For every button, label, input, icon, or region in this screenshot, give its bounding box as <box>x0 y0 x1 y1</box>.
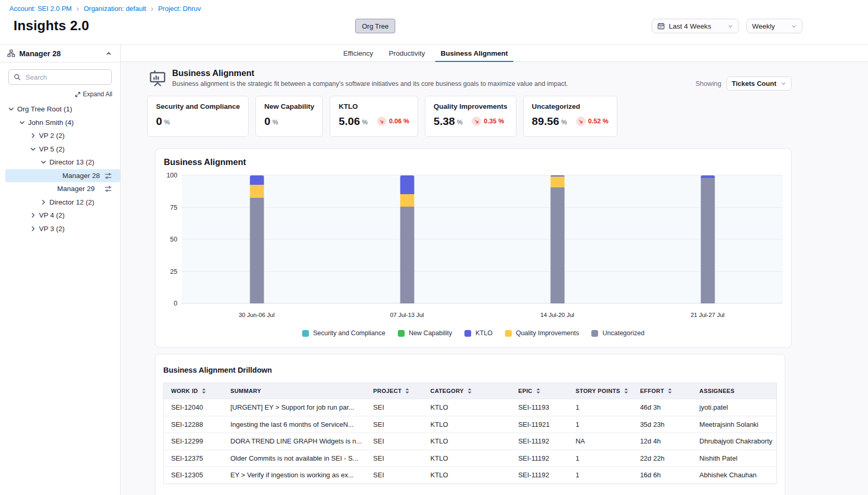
expand-all-label: Expand All <box>83 91 112 98</box>
table-row: SEI-12040 [URGENT] EY > Support for job … <box>164 399 777 416</box>
tree-item-vp-4[interactable]: VP 4 (2) <box>0 209 120 222</box>
chevron-right-icon[interactable] <box>30 225 36 232</box>
tree-item-john-smith[interactable]: John Smith (4) <box>0 116 120 130</box>
chevron-down-icon[interactable] <box>19 119 25 126</box>
column-header-story-points[interactable]: STORY POINTS <box>568 383 633 399</box>
cell-assignees: Abhishek Chauhan <box>692 467 777 484</box>
column-header-effort[interactable]: EFFORT <box>633 383 692 399</box>
column-header-category[interactable]: CATEGORY <box>423 383 511 399</box>
tree-item-label: VP 4 (2) <box>39 211 64 219</box>
collapse-sidebar-button[interactable] <box>105 49 113 58</box>
legend-item-uncategorized[interactable]: Uncategorized <box>591 329 644 337</box>
tree-item-director-13[interactable]: Director 13 (2) <box>0 156 120 169</box>
sliders-icon[interactable] <box>105 185 112 193</box>
chevron-right-icon[interactable] <box>40 199 47 206</box>
column-header-work-id[interactable]: WORK ID <box>164 383 224 399</box>
cell-epic: SEI-11192 <box>511 467 568 484</box>
chevron-right-icon[interactable] <box>30 132 36 139</box>
metric-unit: % <box>561 119 567 126</box>
table-row: SEI-12305 EY > Verify if ingestion is wo… <box>164 467 777 484</box>
cell-project: SEI <box>366 416 423 433</box>
cell-epic: SEI-11193 <box>511 399 568 416</box>
tab-productivity[interactable]: Productivity <box>384 45 431 61</box>
tab-efficiency[interactable]: Efficiency <box>338 45 379 61</box>
metric-card-security-and-compliance: Security and Compliance 0 % <box>147 96 249 137</box>
sort-icon[interactable] <box>467 388 472 394</box>
bar-30 Jun-06 Jul[interactable] <box>182 175 332 303</box>
sort-icon[interactable] <box>405 388 410 394</box>
tab-business-alignment[interactable]: Business Alignment <box>435 45 513 61</box>
breadcrumb-organization[interactable]: Organization: default <box>84 5 146 12</box>
sort-icon[interactable] <box>667 388 672 394</box>
sort-icon[interactable] <box>624 388 629 394</box>
breadcrumb-project[interactable]: Project: Dhruv <box>158 5 201 12</box>
presentation-chart-icon <box>148 69 167 88</box>
sliders-icon[interactable] <box>105 172 112 180</box>
metric-value: 5.38 <box>434 115 455 128</box>
org-tree-button[interactable]: Org Tree <box>355 19 395 33</box>
chart-y-axis: 0255075100 <box>164 175 182 303</box>
legend-item-new-capability[interactable]: New Capability <box>398 329 452 337</box>
chart-legend: Security and Compliance New Capability K… <box>164 329 783 337</box>
expand-all-button[interactable]: Expand All <box>0 91 112 98</box>
tree-item-manager-28[interactable]: Manager 28 <box>5 169 120 183</box>
showing-value: Tickets Count <box>732 80 778 87</box>
tree-item-director-12[interactable]: Director 12 (2) <box>0 196 120 209</box>
org-tree-sidebar: Manager 28 Expand All Org Tree Root (1) … <box>0 45 121 495</box>
delta-value: 0.06 % <box>389 118 409 125</box>
chevron-down-icon[interactable] <box>8 106 15 112</box>
bar-14 Jul-20 Jul[interactable] <box>482 175 632 303</box>
legend-swatch <box>302 330 309 337</box>
legend-label: Uncategorized <box>602 329 644 337</box>
tree-item-label: VP 5 (2) <box>39 145 64 153</box>
tree-item-vp-2[interactable]: VP 2 (2) <box>0 129 120 143</box>
cell-summary: Ingesting the last 6 months of ServiceN.… <box>223 416 366 433</box>
cell-assignees: jyoti.patel <box>692 399 777 416</box>
expand-icon <box>75 92 81 97</box>
tree-item-label: Org Tree Root (1) <box>17 105 72 113</box>
trend-down-icon <box>576 117 586 126</box>
cell-story-points: 1 <box>568 450 633 467</box>
column-header-project[interactable]: PROJECT <box>366 383 423 399</box>
cell-epic: SEI-11921 <box>511 416 568 433</box>
bar-21 Jul-27 Jul[interactable] <box>632 175 783 303</box>
chevron-down-icon[interactable] <box>30 146 36 153</box>
chart-x-axis: 30 Jun-06 Jul07 Jul-13 Jul14 Jul-20 Jul2… <box>182 312 783 318</box>
tree-item-label: Director 12 (2) <box>49 198 94 206</box>
showing-dropdown[interactable]: Tickets Count <box>727 77 792 91</box>
hierarchy-icon <box>7 49 15 57</box>
legend-swatch <box>505 330 512 337</box>
chevron-right-icon <box>150 7 154 11</box>
chevron-right-icon[interactable] <box>30 212 36 219</box>
tree-item-vp-5[interactable]: VP 5 (2) <box>0 143 120 156</box>
sort-icon[interactable] <box>536 388 541 394</box>
tree-item-vp-3[interactable]: VP 3 (2) <box>0 222 120 236</box>
legend-item-quality-improvements[interactable]: Quality Improvements <box>505 329 579 337</box>
cell-project: SEI <box>366 450 423 467</box>
tree-item-label: Director 13 (2) <box>49 158 94 166</box>
bar-07 Jul-13 Jul[interactable] <box>332 175 482 303</box>
cell-epic: SEI-11192 <box>511 450 568 467</box>
date-range-dropdown[interactable]: Last 4 Weeks <box>652 19 739 33</box>
legend-swatch <box>464 330 471 337</box>
tree-item-label: John Smith (4) <box>28 119 74 126</box>
cell-work-id: SEI-12305 <box>164 467 224 484</box>
table-row: SEI-12299 DORA TREND LINE GRAPH Widgets … <box>164 433 777 450</box>
search-input[interactable] <box>8 69 112 85</box>
sort-icon[interactable] <box>201 388 206 394</box>
metric-unit: % <box>164 119 170 126</box>
business-alignment-chart-card: Business Alignment 0255075100 30 Jun-06 … <box>155 148 792 348</box>
metric-card-uncategorized: Uncategorized 89.56 % 0.52 % <box>523 96 617 137</box>
tree-item-org-tree-root[interactable]: Org Tree Root (1) <box>0 103 120 116</box>
tree-item-manager-29[interactable]: Manager 29 <box>0 182 120 196</box>
legend-item-security-and-compliance[interactable]: Security and Compliance <box>302 329 385 337</box>
interval-dropdown[interactable]: Weekly <box>746 19 802 33</box>
legend-item-ktlo[interactable]: KTLO <box>464 329 493 337</box>
cell-effort: 46d 3h <box>633 399 692 416</box>
calendar-icon <box>657 22 665 30</box>
column-header-epic[interactable]: EPIC <box>511 383 568 399</box>
breadcrumb-account[interactable]: Account: SEI 2.0 PM <box>9 5 72 12</box>
legend-swatch <box>398 330 405 337</box>
chevron-down-icon <box>728 23 733 29</box>
chevron-down-icon[interactable] <box>40 159 47 166</box>
